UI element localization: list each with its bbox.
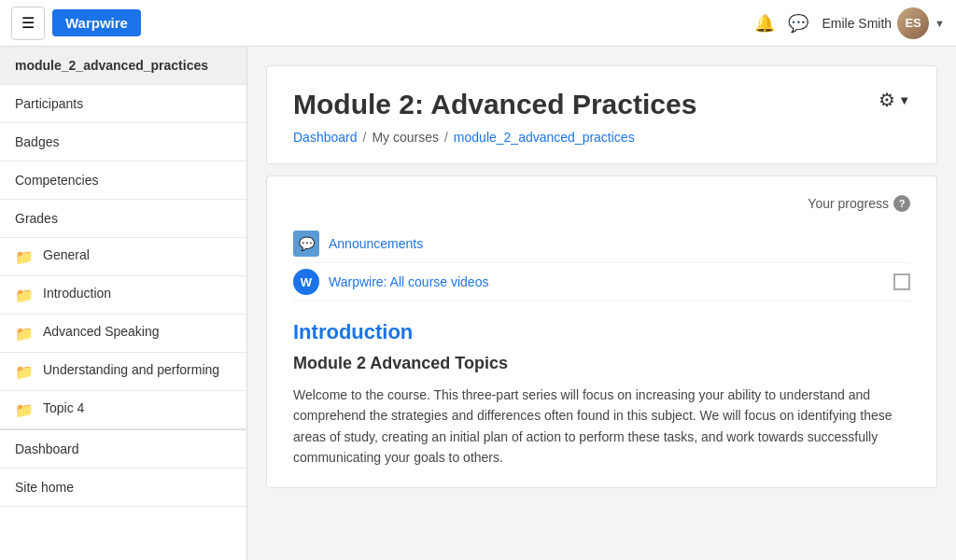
topic-heading: Module 2 Advanced Topics [293,354,910,373]
sidebar-item-understanding[interactable]: 📁 Understanding and performing [0,353,246,391]
sidebar-item-topic4[interactable]: 📁 Topic 4 [0,391,246,429]
course-title: Module 2: Advanced Practices [293,89,696,120]
warpwire-link[interactable]: Warpwire: All course videos [329,274,488,289]
intro-section-heading: Introduction [293,320,910,344]
sidebar-item-site-home[interactable]: Site home [0,469,246,507]
announcements-link[interactable]: Announcements [329,236,423,251]
course-title-row: Module 2: Advanced Practices ⚙ ▼ [293,89,910,120]
chat-icon[interactable]: 💬 [788,13,808,34]
gear-button[interactable]: ⚙ ▼ [879,89,910,111]
activity-announcements: 💬 Announcements [293,225,910,263]
username: Emile Smith [822,16,892,31]
progress-label: Your progress [808,196,889,211]
content-card: Your progress ? 💬 Announcements W Warpwi… [266,175,937,488]
caret-icon: ▼ [935,18,945,29]
progress-row: Your progress ? [293,195,910,212]
warpwire-icon: W [293,269,319,295]
navbar: ☰ Warpwire 🔔 💬 Emile Smith ES ▼ [0,0,956,47]
folder-icon-general: 📁 [15,248,34,266]
progress-help-icon[interactable]: ? [893,195,910,212]
sidebar-item-advanced-speaking[interactable]: 📁 Advanced Speaking [0,315,246,353]
brand-button[interactable]: Warpwire [52,9,141,36]
breadcrumb: Dashboard / My courses / module_2_advanc… [293,130,910,145]
topic-body: Welcome to the course. This three-part s… [293,385,910,469]
course-header-card: Module 2: Advanced Practices ⚙ ▼ Dashboa… [266,65,937,164]
breadcrumb-sep-1: / [363,130,367,145]
folder-icon-advanced-speaking: 📁 [15,325,34,343]
user-menu[interactable]: Emile Smith ES ▼ [822,7,945,39]
sidebar-item-participants[interactable]: Participants [0,85,246,123]
navbar-right: 🔔 💬 Emile Smith ES ▼ [754,7,945,39]
gear-caret: ▼ [898,93,910,107]
breadcrumb-sep-2: / [444,130,448,145]
warpwire-checkbox[interactable] [893,273,910,290]
activity-warpwire: W Warpwire: All course videos [293,263,910,301]
breadcrumb-course[interactable]: module_2_advanced_practices [454,130,635,145]
sidebar-item-badges[interactable]: Badges [0,123,246,161]
breadcrumb-my-courses: My courses [372,130,439,145]
main-layout: module_2_advanced_practices Participants… [0,47,956,560]
folder-icon-understanding: 📁 [15,363,34,381]
main-content: Module 2: Advanced Practices ⚙ ▼ Dashboa… [247,47,956,560]
notification-icon[interactable]: 🔔 [754,13,775,34]
sidebar: module_2_advanced_practices Participants… [0,47,247,560]
sidebar-item-grades[interactable]: Grades [0,200,246,238]
sidebar-item-general[interactable]: 📁 General [0,238,246,276]
folder-icon-introduction: 📁 [15,287,34,304]
sidebar-item-introduction[interactable]: 📁 Introduction [0,276,246,315]
breadcrumb-dashboard[interactable]: Dashboard [293,130,358,145]
announce-icon: 💬 [293,231,319,257]
avatar: ES [897,7,929,39]
gear-icon: ⚙ [879,89,895,111]
sidebar-item-dashboard[interactable]: Dashboard [0,430,246,469]
folder-icon-topic4: 📁 [15,401,34,419]
sidebar-item-competencies[interactable]: Competencies [0,161,246,200]
hamburger-button[interactable]: ☰ [11,7,45,40]
sidebar-item-module-title[interactable]: module_2_advanced_practices [0,47,246,85]
